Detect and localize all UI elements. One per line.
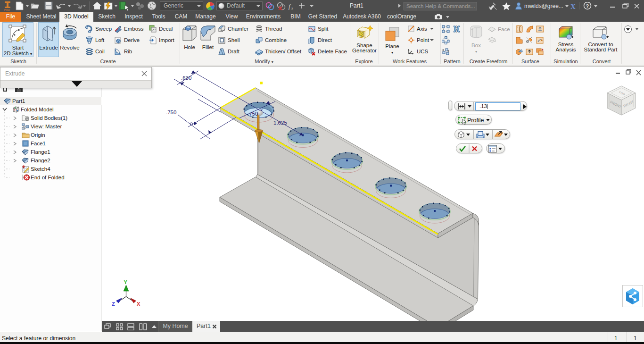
svg-text:Profile: Profile [467,117,484,124]
svg-text:.750: .750 [166,109,176,115]
svg-text:Z: Z [112,301,115,307]
svg-text:1.625: 1.625 [273,120,287,126]
svg-text:Y: Y [124,279,128,285]
svg-text:?: ? [586,3,589,9]
svg-text:mwilds@gree...: mwilds@gree... [524,3,563,9]
svg-text:x: x [291,6,293,10]
svg-text:PRO: PRO [4,8,10,11]
svg-text:X: X [137,301,140,307]
svg-text:.750: .750 [248,111,258,117]
svg-text:.630: .630 [181,75,191,81]
svg-text:X: X [570,3,576,10]
